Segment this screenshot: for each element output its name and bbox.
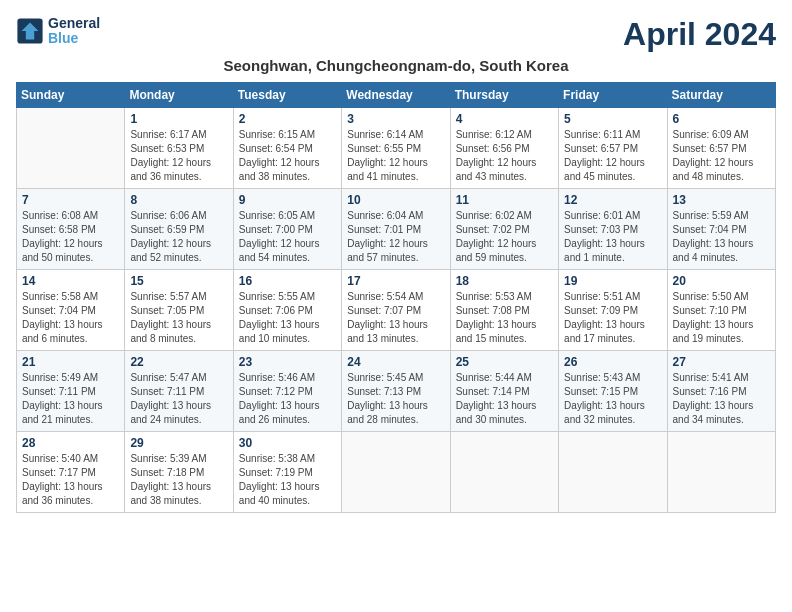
calendar-cell	[342, 432, 450, 513]
day-number: 16	[239, 274, 336, 288]
calendar-cell	[450, 432, 558, 513]
calendar-cell: 15Sunrise: 5:57 AM Sunset: 7:05 PM Dayli…	[125, 270, 233, 351]
calendar-day-header: Friday	[559, 83, 667, 108]
day-content: Sunrise: 6:02 AM Sunset: 7:02 PM Dayligh…	[456, 209, 553, 265]
day-content: Sunrise: 6:12 AM Sunset: 6:56 PM Dayligh…	[456, 128, 553, 184]
day-number: 25	[456, 355, 553, 369]
day-number: 10	[347, 193, 444, 207]
calendar-cell: 19Sunrise: 5:51 AM Sunset: 7:09 PM Dayli…	[559, 270, 667, 351]
day-content: Sunrise: 5:44 AM Sunset: 7:14 PM Dayligh…	[456, 371, 553, 427]
calendar-cell: 30Sunrise: 5:38 AM Sunset: 7:19 PM Dayli…	[233, 432, 341, 513]
calendar-day-header: Saturday	[667, 83, 775, 108]
day-content: Sunrise: 5:45 AM Sunset: 7:13 PM Dayligh…	[347, 371, 444, 427]
day-number: 27	[673, 355, 770, 369]
day-number: 17	[347, 274, 444, 288]
calendar-cell: 3Sunrise: 6:14 AM Sunset: 6:55 PM Daylig…	[342, 108, 450, 189]
calendar-cell: 13Sunrise: 5:59 AM Sunset: 7:04 PM Dayli…	[667, 189, 775, 270]
location-subtitle: Seonghwan, Chungcheongnam-do, South Kore…	[16, 57, 776, 74]
day-content: Sunrise: 5:57 AM Sunset: 7:05 PM Dayligh…	[130, 290, 227, 346]
calendar-day-header: Monday	[125, 83, 233, 108]
calendar-day-header: Wednesday	[342, 83, 450, 108]
day-number: 2	[239, 112, 336, 126]
day-content: Sunrise: 5:54 AM Sunset: 7:07 PM Dayligh…	[347, 290, 444, 346]
calendar-cell	[559, 432, 667, 513]
calendar-cell: 27Sunrise: 5:41 AM Sunset: 7:16 PM Dayli…	[667, 351, 775, 432]
calendar-cell: 8Sunrise: 6:06 AM Sunset: 6:59 PM Daylig…	[125, 189, 233, 270]
calendar-header-row: SundayMondayTuesdayWednesdayThursdayFrid…	[17, 83, 776, 108]
day-number: 15	[130, 274, 227, 288]
day-content: Sunrise: 5:55 AM Sunset: 7:06 PM Dayligh…	[239, 290, 336, 346]
month-title: April 2024	[623, 16, 776, 53]
calendar-cell: 24Sunrise: 5:45 AM Sunset: 7:13 PM Dayli…	[342, 351, 450, 432]
calendar-week-row: 21Sunrise: 5:49 AM Sunset: 7:11 PM Dayli…	[17, 351, 776, 432]
calendar-cell: 16Sunrise: 5:55 AM Sunset: 7:06 PM Dayli…	[233, 270, 341, 351]
day-content: Sunrise: 6:17 AM Sunset: 6:53 PM Dayligh…	[130, 128, 227, 184]
day-number: 26	[564, 355, 661, 369]
day-number: 30	[239, 436, 336, 450]
calendar-cell	[17, 108, 125, 189]
calendar-cell: 14Sunrise: 5:58 AM Sunset: 7:04 PM Dayli…	[17, 270, 125, 351]
day-content: Sunrise: 6:14 AM Sunset: 6:55 PM Dayligh…	[347, 128, 444, 184]
day-content: Sunrise: 6:04 AM Sunset: 7:01 PM Dayligh…	[347, 209, 444, 265]
day-content: Sunrise: 6:01 AM Sunset: 7:03 PM Dayligh…	[564, 209, 661, 265]
day-number: 13	[673, 193, 770, 207]
logo-text: General Blue	[48, 16, 100, 47]
day-number: 8	[130, 193, 227, 207]
day-number: 1	[130, 112, 227, 126]
calendar-cell: 21Sunrise: 5:49 AM Sunset: 7:11 PM Dayli…	[17, 351, 125, 432]
calendar-cell: 2Sunrise: 6:15 AM Sunset: 6:54 PM Daylig…	[233, 108, 341, 189]
calendar-cell: 10Sunrise: 6:04 AM Sunset: 7:01 PM Dayli…	[342, 189, 450, 270]
day-number: 9	[239, 193, 336, 207]
calendar-cell: 12Sunrise: 6:01 AM Sunset: 7:03 PM Dayli…	[559, 189, 667, 270]
day-number: 4	[456, 112, 553, 126]
day-number: 3	[347, 112, 444, 126]
calendar-cell: 29Sunrise: 5:39 AM Sunset: 7:18 PM Dayli…	[125, 432, 233, 513]
calendar-table: SundayMondayTuesdayWednesdayThursdayFrid…	[16, 82, 776, 513]
page-header: General Blue April 2024	[16, 16, 776, 53]
day-number: 19	[564, 274, 661, 288]
calendar-cell: 5Sunrise: 6:11 AM Sunset: 6:57 PM Daylig…	[559, 108, 667, 189]
day-content: Sunrise: 6:11 AM Sunset: 6:57 PM Dayligh…	[564, 128, 661, 184]
calendar-day-header: Thursday	[450, 83, 558, 108]
logo-icon	[16, 17, 44, 45]
calendar-day-header: Tuesday	[233, 83, 341, 108]
day-number: 28	[22, 436, 119, 450]
day-content: Sunrise: 5:53 AM Sunset: 7:08 PM Dayligh…	[456, 290, 553, 346]
day-number: 18	[456, 274, 553, 288]
calendar-week-row: 7Sunrise: 6:08 AM Sunset: 6:58 PM Daylig…	[17, 189, 776, 270]
logo: General Blue	[16, 16, 100, 47]
calendar-week-row: 28Sunrise: 5:40 AM Sunset: 7:17 PM Dayli…	[17, 432, 776, 513]
day-number: 5	[564, 112, 661, 126]
calendar-cell: 9Sunrise: 6:05 AM Sunset: 7:00 PM Daylig…	[233, 189, 341, 270]
calendar-cell: 26Sunrise: 5:43 AM Sunset: 7:15 PM Dayli…	[559, 351, 667, 432]
day-number: 24	[347, 355, 444, 369]
calendar-cell: 1Sunrise: 6:17 AM Sunset: 6:53 PM Daylig…	[125, 108, 233, 189]
calendar-cell: 28Sunrise: 5:40 AM Sunset: 7:17 PM Dayli…	[17, 432, 125, 513]
day-content: Sunrise: 5:59 AM Sunset: 7:04 PM Dayligh…	[673, 209, 770, 265]
calendar-cell: 7Sunrise: 6:08 AM Sunset: 6:58 PM Daylig…	[17, 189, 125, 270]
title-block: April 2024	[623, 16, 776, 53]
calendar-cell: 17Sunrise: 5:54 AM Sunset: 7:07 PM Dayli…	[342, 270, 450, 351]
day-number: 7	[22, 193, 119, 207]
day-number: 22	[130, 355, 227, 369]
calendar-cell: 6Sunrise: 6:09 AM Sunset: 6:57 PM Daylig…	[667, 108, 775, 189]
calendar-cell: 23Sunrise: 5:46 AM Sunset: 7:12 PM Dayli…	[233, 351, 341, 432]
day-content: Sunrise: 5:47 AM Sunset: 7:11 PM Dayligh…	[130, 371, 227, 427]
day-content: Sunrise: 5:40 AM Sunset: 7:17 PM Dayligh…	[22, 452, 119, 508]
calendar-week-row: 14Sunrise: 5:58 AM Sunset: 7:04 PM Dayli…	[17, 270, 776, 351]
calendar-cell	[667, 432, 775, 513]
day-content: Sunrise: 5:50 AM Sunset: 7:10 PM Dayligh…	[673, 290, 770, 346]
day-content: Sunrise: 6:15 AM Sunset: 6:54 PM Dayligh…	[239, 128, 336, 184]
day-content: Sunrise: 6:05 AM Sunset: 7:00 PM Dayligh…	[239, 209, 336, 265]
day-number: 6	[673, 112, 770, 126]
day-content: Sunrise: 5:39 AM Sunset: 7:18 PM Dayligh…	[130, 452, 227, 508]
day-number: 29	[130, 436, 227, 450]
calendar-cell: 11Sunrise: 6:02 AM Sunset: 7:02 PM Dayli…	[450, 189, 558, 270]
day-content: Sunrise: 5:51 AM Sunset: 7:09 PM Dayligh…	[564, 290, 661, 346]
day-content: Sunrise: 6:08 AM Sunset: 6:58 PM Dayligh…	[22, 209, 119, 265]
day-number: 21	[22, 355, 119, 369]
calendar-week-row: 1Sunrise: 6:17 AM Sunset: 6:53 PM Daylig…	[17, 108, 776, 189]
day-content: Sunrise: 5:49 AM Sunset: 7:11 PM Dayligh…	[22, 371, 119, 427]
day-number: 20	[673, 274, 770, 288]
calendar-cell: 18Sunrise: 5:53 AM Sunset: 7:08 PM Dayli…	[450, 270, 558, 351]
